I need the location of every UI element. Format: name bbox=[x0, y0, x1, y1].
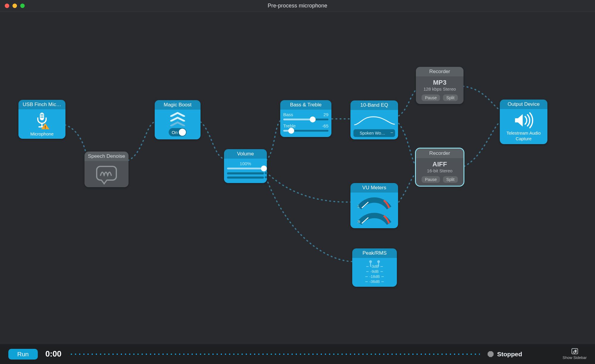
peak-label-2: -18dB bbox=[355, 274, 394, 279]
pause-button[interactable]: Pause bbox=[422, 176, 440, 183]
speaker-icon bbox=[503, 111, 544, 129]
peak-caps-icon bbox=[355, 260, 394, 263]
peak-label-3: -36dB bbox=[355, 279, 394, 284]
titlebar: Pre-process microphone bbox=[0, 0, 595, 12]
node-caption: Microphone bbox=[21, 131, 62, 136]
node-title: Peak/RMS bbox=[352, 248, 397, 258]
transport-bar: Run 0:00 Stopped Show Sidebar bbox=[0, 344, 595, 364]
toggle-label: On bbox=[172, 130, 178, 135]
timecode: 0:00 bbox=[46, 349, 62, 359]
node-bass-treble[interactable]: Bass & Treble Bass 29 Treble -65 bbox=[280, 100, 331, 137]
node-volume[interactable]: Volume 100% bbox=[224, 149, 267, 183]
node-recorder-mp3[interactable]: Recorder MP3 128 kbps Stereo Pause Split bbox=[416, 67, 464, 104]
split-button[interactable]: Split bbox=[443, 94, 458, 101]
recorder-detail: 16-bit Stereo bbox=[419, 168, 461, 173]
vu-right-label: R bbox=[358, 220, 360, 224]
recorder-detail: 128 kbps Stereo bbox=[419, 86, 461, 92]
boost-toggle[interactable]: On bbox=[169, 128, 187, 136]
vu-left-label: L bbox=[358, 204, 360, 209]
vu-left-icon bbox=[356, 195, 392, 209]
node-input-device[interactable]: USB Finch Mic… ! Microphone bbox=[18, 100, 65, 139]
volume-value: 100% bbox=[227, 161, 264, 166]
node-vu-meters[interactable]: VU Meters L R bbox=[350, 183, 398, 228]
timeline[interactable] bbox=[69, 354, 480, 355]
eq-preset-select[interactable]: Spoken Wo… bbox=[353, 129, 395, 137]
node-title: Volume bbox=[224, 149, 267, 159]
node-recorder-aiff[interactable]: Recorder AIFF 16-bit Stereo Pause Split bbox=[416, 149, 464, 186]
node-eq[interactable]: 10-Band EQ Spoken Wo… bbox=[350, 100, 398, 139]
run-button[interactable]: Run bbox=[8, 349, 38, 360]
status-label: Stopped bbox=[497, 351, 522, 358]
volume-slider[interactable] bbox=[227, 168, 264, 169]
node-output-device[interactable]: Output Device Telestream Audio Capture bbox=[500, 100, 547, 144]
node-caption: Telestream Audio Capture bbox=[503, 130, 544, 142]
bass-slider[interactable] bbox=[283, 119, 328, 120]
node-title: Speech Denoise bbox=[84, 152, 129, 161]
recorder-format: MP3 bbox=[419, 79, 461, 86]
peak-label-0: -3dB bbox=[355, 264, 394, 269]
node-title: Recorder bbox=[416, 149, 464, 158]
vu-right-icon bbox=[356, 210, 392, 225]
volume-ch-l bbox=[227, 172, 264, 174]
node-title: USB Finch Mic… bbox=[18, 100, 65, 109]
node-title: Output Device bbox=[500, 100, 547, 109]
eq-curve-icon bbox=[353, 112, 395, 128]
node-title: Magic Boost bbox=[155, 100, 201, 110]
bass-label: Bass bbox=[283, 112, 293, 117]
eq-preset-label: Spoken Wo… bbox=[360, 131, 385, 135]
recorder-format: AIFF bbox=[419, 160, 461, 168]
microphone-icon: ! bbox=[21, 112, 62, 130]
node-title: Recorder bbox=[416, 67, 464, 76]
pause-button[interactable]: Pause bbox=[422, 94, 440, 101]
svg-rect-0 bbox=[40, 113, 44, 120]
bass-value: 29 bbox=[323, 112, 328, 117]
pipeline-canvas[interactable]: USB Finch Mic… ! Microphone S bbox=[0, 12, 595, 344]
peak-label-1: -9dB bbox=[355, 269, 394, 274]
split-button[interactable]: Split bbox=[443, 176, 458, 183]
node-title: Bass & Treble bbox=[280, 100, 331, 110]
window-title: Pre-process microphone bbox=[0, 3, 595, 9]
stop-icon bbox=[488, 351, 494, 357]
boost-chevrons-icon bbox=[158, 112, 198, 126]
speech-bubble-icon bbox=[96, 166, 117, 181]
show-sidebar-button[interactable]: Show Sidebar bbox=[563, 348, 587, 360]
treble-slider[interactable] bbox=[283, 130, 328, 132]
treble-value: -65 bbox=[322, 123, 328, 128]
volume-ch-r bbox=[227, 177, 264, 179]
node-title: VU Meters bbox=[350, 183, 398, 193]
status-group: Stopped bbox=[488, 351, 522, 358]
svg-text:!: ! bbox=[45, 125, 46, 129]
node-peak-rms[interactable]: Peak/RMS -3dB -9dB -18dB -36dB bbox=[352, 248, 397, 287]
sidebar-icon bbox=[571, 348, 578, 354]
node-speech-denoise[interactable]: Speech Denoise bbox=[84, 152, 129, 187]
sidebar-label: Show Sidebar bbox=[563, 355, 587, 360]
node-title: 10-Band EQ bbox=[350, 100, 398, 110]
node-magic-boost[interactable]: Magic Boost On bbox=[155, 100, 201, 139]
treble-label: Treble bbox=[283, 123, 296, 128]
